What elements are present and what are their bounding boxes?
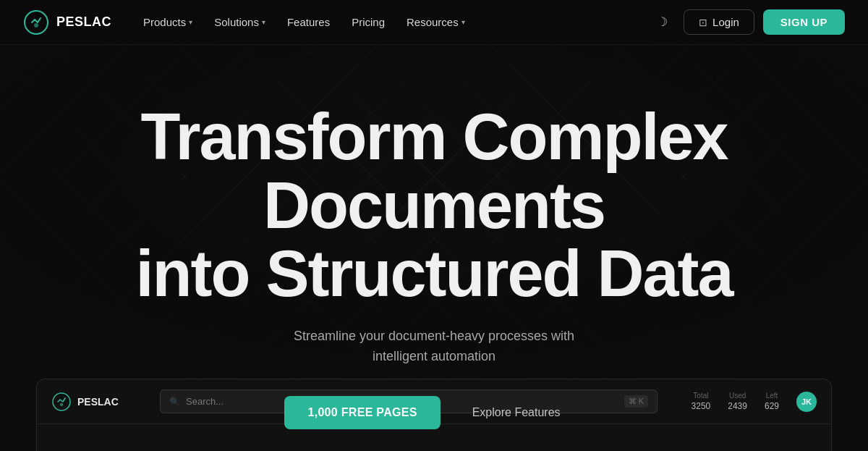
nav-features-label: Features (287, 16, 330, 28)
moon-icon: ☽ (657, 14, 668, 30)
svg-point-1 (34, 23, 38, 28)
hero-section: Transform Complex Documents into Structu… (0, 45, 868, 451)
nav-resources-label: Resources (407, 16, 459, 28)
chevron-down-icon: ▾ (189, 18, 192, 26)
hero-subtitle: Streamline your document-heavy processes… (275, 326, 593, 368)
nav-item-products[interactable]: Products ▾ (135, 12, 201, 33)
signup-button[interactable]: SIGN UP (763, 9, 845, 35)
login-button[interactable]: ⊡ Login (684, 9, 754, 35)
person-icon: ⊡ (699, 17, 707, 28)
login-label: Login (712, 16, 739, 28)
signup-label: SIGN UP (780, 16, 827, 28)
nav-products-label: Products (143, 16, 186, 28)
nav-links: Products ▾ Solutions ▾ Features Pricing … (135, 12, 474, 33)
cta-primary-button[interactable]: 1,000 FREE PAGES (284, 396, 440, 429)
nav-right: ☽ ⊡ Login SIGN UP (649, 9, 845, 35)
cta-secondary-label: Explore Features (472, 406, 561, 418)
hero-title: Transform Complex Documents into Structu… (65, 103, 803, 308)
hero-title-line1: Transform Complex Documents (140, 101, 727, 242)
nav-item-pricing[interactable]: Pricing (343, 12, 393, 33)
hero-title-line2: into Structured Data (135, 237, 732, 310)
nav-left: PESLAC Products ▾ Solutions ▾ Features P… (23, 9, 474, 35)
navbar: PESLAC Products ▾ Solutions ▾ Features P… (0, 0, 868, 45)
nav-solutions-label: Solutions (214, 16, 259, 28)
hero-content: Transform Complex Documents into Structu… (36, 103, 832, 451)
cta-primary-label: 1,000 FREE PAGES (307, 406, 417, 418)
nav-item-solutions[interactable]: Solutions ▾ (205, 12, 274, 33)
chevron-down-icon: ▾ (262, 18, 265, 26)
logo-icon (23, 9, 49, 35)
hero-actions: 1,000 FREE PAGES Explore Features (65, 396, 803, 429)
nav-item-features[interactable]: Features (278, 12, 339, 33)
chevron-down-icon: ▾ (461, 18, 465, 26)
nav-pricing-label: Pricing (352, 16, 385, 28)
logo[interactable]: PESLAC (23, 9, 111, 35)
brand-name: PESLAC (56, 14, 111, 30)
dark-mode-button[interactable]: ☽ (649, 9, 675, 35)
svg-point-0 (25, 11, 48, 34)
nav-item-resources[interactable]: Resources ▾ (398, 12, 474, 33)
cta-secondary-button[interactable]: Explore Features (449, 396, 584, 429)
